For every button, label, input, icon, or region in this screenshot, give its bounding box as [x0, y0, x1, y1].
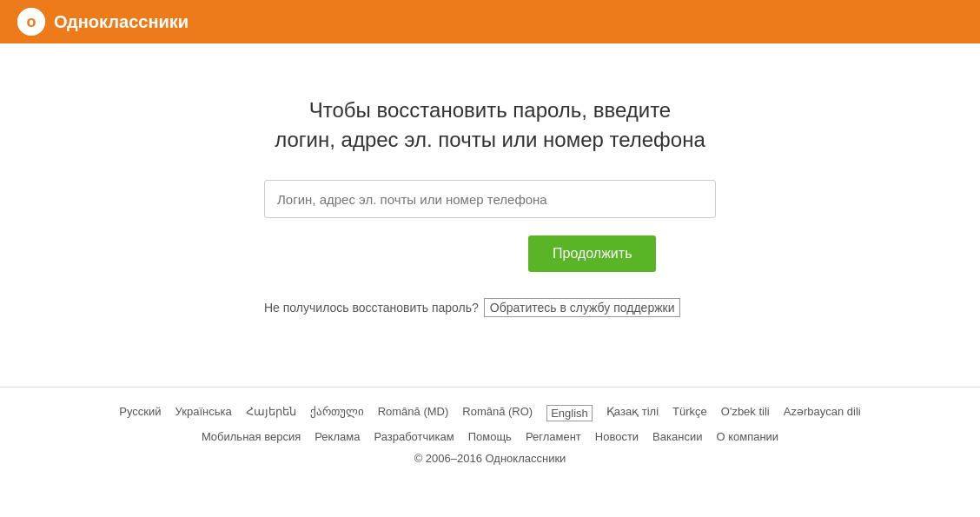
footer-links: Мобильная версияРекламаРазработчикамПомо…	[17, 430, 963, 443]
footer-language-link[interactable]: Русский	[119, 405, 161, 421]
support-link[interactable]: Обратитесь в службу поддержки	[484, 298, 681, 317]
logo-container: о Одноклассники	[17, 8, 189, 36]
logo-text: Одноклассники	[54, 12, 189, 32]
footer-copyright: © 2006–2016 Одноклассники	[17, 452, 963, 465]
divider	[0, 387, 980, 388]
footer-nav-link[interactable]: Новости	[595, 430, 639, 443]
footer-language-link[interactable]: Türkçe	[672, 405, 707, 421]
footer-language-link[interactable]: O'zbek tili	[721, 405, 770, 421]
footer: РусскийУкраїнськаՀայերենქართულიRomână (M…	[0, 405, 980, 465]
footer-language-link[interactable]: Română (MD)	[378, 405, 449, 421]
support-row: Не получилось восстановить пароль? Обрат…	[264, 298, 680, 317]
footer-nav-link[interactable]: Вакансии	[652, 430, 702, 443]
form-wrapper: Продолжить Не получилось восстановить па…	[264, 180, 716, 317]
footer-nav-link[interactable]: Регламент	[526, 430, 581, 443]
footer-language-link[interactable]: English	[546, 405, 593, 421]
support-text: Не получилось восстановить пароль?	[264, 301, 479, 315]
footer-nav-link[interactable]: Разработчикам	[374, 430, 454, 443]
footer-language-link[interactable]: Հայերեն	[246, 405, 296, 421]
footer-nav-link[interactable]: О компании	[716, 430, 778, 443]
login-input[interactable]	[264, 180, 716, 218]
continue-button[interactable]: Продолжить	[528, 235, 656, 272]
footer-languages: РусскийУкраїнськаՀայերենქართულიRomână (M…	[17, 405, 963, 421]
footer-language-link[interactable]: ქართული	[310, 405, 364, 421]
svg-text:о: о	[27, 13, 36, 30]
footer-nav-link[interactable]: Реклама	[315, 430, 360, 443]
header: о Одноклассники	[0, 0, 980, 43]
footer-language-link[interactable]: Română (RO)	[462, 405, 533, 421]
footer-nav-link[interactable]: Мобильная версия	[202, 430, 301, 443]
main-content: Чтобы восстановить пароль, введите логин…	[0, 43, 980, 352]
logo-icon: о	[17, 8, 45, 36]
footer-language-link[interactable]: Қазақ тілі	[606, 405, 659, 421]
footer-nav-link[interactable]: Помощь	[468, 430, 512, 443]
footer-language-link[interactable]: Українська	[175, 405, 232, 421]
footer-language-link[interactable]: Azərbaycan dili	[784, 405, 861, 421]
page-title: Чтобы восстановить пароль, введите логин…	[275, 96, 705, 154]
